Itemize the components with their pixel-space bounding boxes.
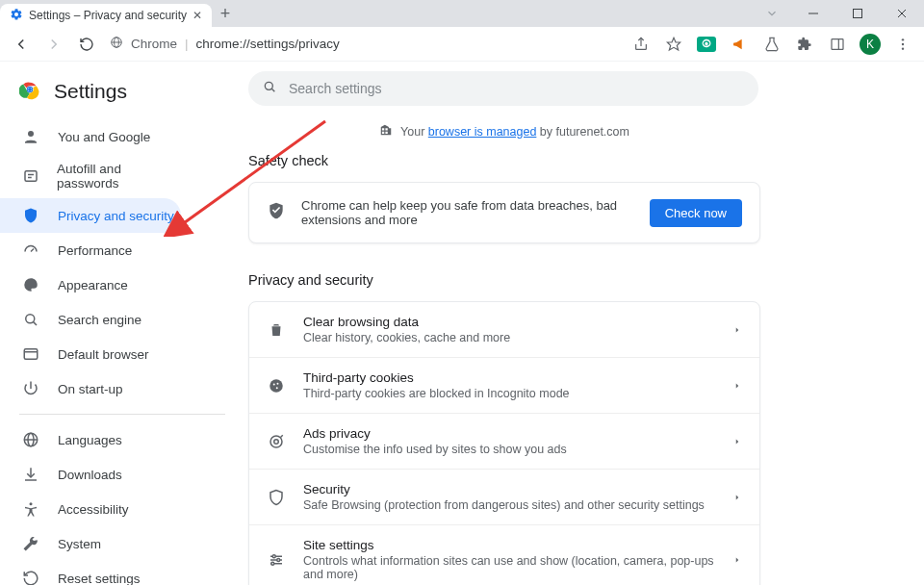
announce-icon[interactable] <box>726 31 753 58</box>
svg-point-42 <box>270 379 283 393</box>
reset-icon <box>21 569 40 585</box>
svg-point-46 <box>270 436 282 447</box>
row-subtitle: Customise the info used by sites to show… <box>303 443 715 456</box>
row-third-party-cookies[interactable]: Third-party cookiesThird-party cookies a… <box>249 357 759 413</box>
managed-prefix: Your <box>400 125 428 139</box>
tab-close-icon[interactable]: ✕ <box>192 9 202 22</box>
svg-line-41 <box>271 89 274 91</box>
sidebar-item-system[interactable]: System <box>0 526 181 561</box>
sidebar-item-label: Privacy and security <box>58 209 174 223</box>
back-button[interactable] <box>8 31 35 58</box>
shield-check-icon <box>267 201 286 224</box>
settings-content: Your browser is managed by futurenet.com… <box>248 62 924 585</box>
managed-link[interactable]: browser is managed <box>428 125 537 139</box>
sidebar-item-reset[interactable]: Reset settings <box>0 561 181 585</box>
chrome-logo-icon <box>19 79 40 104</box>
globe-icon <box>21 430 40 449</box>
managed-notice: Your browser is managed by futurenet.com <box>248 123 760 140</box>
sidebar-item-languages[interactable]: Languages <box>0 422 181 457</box>
scheme-label: Chrome <box>131 37 177 51</box>
row-security[interactable]: SecuritySafe Browsing (protection from d… <box>249 469 759 524</box>
row-clear-browsing-data[interactable]: Clear browsing dataClear history, cookie… <box>249 302 759 357</box>
row-site-settings[interactable]: Site settingsControls what information s… <box>249 524 759 585</box>
share-icon[interactable] <box>628 31 654 58</box>
svg-point-43 <box>273 383 275 385</box>
sidebar-item-label: Default browser <box>58 347 149 362</box>
svg-rect-26 <box>24 349 38 360</box>
check-now-button[interactable]: Check now <box>650 199 742 227</box>
page-title: Settings <box>54 80 127 103</box>
url-text: chrome://settings/privacy <box>196 37 340 51</box>
sidebar-item-startup[interactable]: On start-up <box>0 371 181 406</box>
sidebar-item-appearance[interactable]: Appearance <box>0 267 181 302</box>
sidebar-item-label: Accessibility <box>58 502 129 517</box>
row-ads-privacy[interactable]: Ads privacyCustomise the info used by si… <box>249 413 759 469</box>
labs-icon[interactable] <box>758 31 785 58</box>
svg-rect-10 <box>832 38 843 49</box>
safety-check-card: Chrome can help keep you safe from data … <box>248 182 760 243</box>
reload-button[interactable] <box>73 31 100 58</box>
profile-avatar[interactable]: K <box>857 31 884 58</box>
sidebar-item-performance[interactable]: Performance <box>0 233 181 267</box>
svg-point-54 <box>271 562 274 565</box>
sidebar-item-label: System <box>58 537 101 551</box>
row-title: Security <box>303 482 715 496</box>
palette-icon <box>21 275 40 294</box>
sidebar-item-label: Languages <box>58 433 122 447</box>
sidebar-item-downloads[interactable]: Downloads <box>0 457 181 492</box>
sidebar-item-default-browser[interactable]: Default browser <box>0 337 181 371</box>
sidebar-item-label: Reset settings <box>58 572 141 586</box>
svg-rect-1 <box>854 10 862 18</box>
new-tab-button[interactable]: + <box>212 0 239 27</box>
svg-point-45 <box>276 387 278 389</box>
sidebar-item-autofill[interactable]: Autofill and passwords <box>0 154 181 198</box>
svg-point-44 <box>277 382 279 384</box>
bookmark-icon[interactable] <box>660 31 687 58</box>
sliders-icon <box>267 551 286 569</box>
sidebar-divider <box>19 414 225 415</box>
sidebar-item-label: Downloads <box>58 468 122 482</box>
building-icon <box>379 123 393 140</box>
extension-badge-icon[interactable]: ⦿ <box>693 31 720 58</box>
settings-search-input[interactable] <box>289 81 745 96</box>
sidebar-item-you-and-google[interactable]: You and Google <box>0 119 181 154</box>
window-minimize-button[interactable] <box>791 0 835 27</box>
svg-point-40 <box>265 82 272 89</box>
tab-title: Settings – Privacy and security <box>29 9 187 22</box>
window-close-button[interactable] <box>880 0 924 27</box>
sidebar-item-accessibility[interactable]: Accessibility <box>0 492 181 526</box>
trash-icon <box>267 321 286 339</box>
svg-point-50 <box>272 554 275 557</box>
cookie-icon <box>267 377 286 394</box>
settings-search[interactable] <box>248 71 758 106</box>
sidebar-item-label: Autofill and passwords <box>57 162 181 191</box>
browser-tab[interactable]: Settings – Privacy and security ✕ <box>0 4 212 27</box>
safety-check-heading: Safety check <box>248 153 760 168</box>
row-subtitle: Safe Browsing (protection from dangerous… <box>303 498 715 512</box>
svg-point-24 <box>26 315 35 323</box>
settings-brand: Settings <box>0 73 248 119</box>
svg-line-23 <box>31 249 34 252</box>
sidepanel-icon[interactable] <box>824 31 851 58</box>
ads-icon <box>267 433 286 450</box>
kebab-menu-icon[interactable] <box>889 31 916 58</box>
chevron-right-icon <box>732 551 742 569</box>
omnibox-separator: | <box>185 37 189 51</box>
sidebar-item-search-engine[interactable]: Search engine <box>0 302 181 337</box>
sidebar-item-privacy[interactable]: Privacy and security <box>0 198 181 233</box>
extensions-icon[interactable] <box>791 31 818 58</box>
safety-check-text: Chrome can help keep you safe from data … <box>301 198 634 227</box>
gear-icon <box>10 8 23 24</box>
tab-overflow-icon[interactable] <box>753 0 791 27</box>
row-title: Clear browsing data <box>303 315 715 329</box>
svg-point-19 <box>28 131 34 137</box>
wrench-icon <box>21 534 40 553</box>
svg-point-12 <box>902 38 904 40</box>
address-bar[interactable]: Chrome | chrome://settings/privacy <box>110 36 340 52</box>
site-info-icon[interactable] <box>110 36 123 52</box>
svg-point-18 <box>28 88 32 91</box>
forward-button[interactable] <box>40 31 67 58</box>
power-icon <box>21 379 40 398</box>
window-titlebar: Settings – Privacy and security ✕ + <box>0 0 924 27</box>
window-maximize-button[interactable] <box>835 0 880 27</box>
